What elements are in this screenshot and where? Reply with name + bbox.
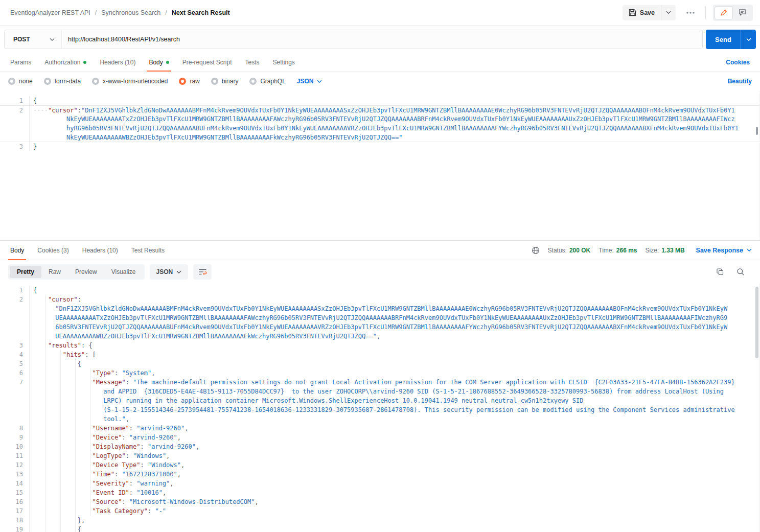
more-options-icon <box>686 11 695 14</box>
chevron-down-icon <box>176 270 181 274</box>
indent-guide <box>45 506 46 516</box>
fold-gutter <box>29 106 33 114</box>
size-label: Size: <box>646 247 659 254</box>
request-tab-authorization[interactable]: Authorization <box>44 53 86 71</box>
wrap-lines-button[interactable] <box>193 264 212 280</box>
indent-guide <box>45 396 46 405</box>
indent-guide <box>90 506 90 516</box>
fold-gutter <box>29 133 33 142</box>
edit-documentation-button[interactable] <box>715 6 733 19</box>
beautify-link[interactable]: Beautify <box>728 78 752 85</box>
line-number <box>0 133 23 142</box>
body-type-x-www-form-urlencoded[interactable]: x-www-form-urlencoded <box>92 78 168 85</box>
globe-icon[interactable] <box>532 246 540 255</box>
body-type-row: noneform-datax-www-form-urlencodedrawbin… <box>0 72 760 91</box>
indent-guide <box>90 479 90 488</box>
body-language-selector[interactable]: JSON <box>297 78 322 85</box>
request-tab-params[interactable]: Params <box>10 53 31 71</box>
line-number: 3 <box>0 142 23 151</box>
body-type-raw[interactable]: raw <box>179 78 199 85</box>
response-view-visualize[interactable]: Visualize <box>104 266 143 278</box>
indent-guide <box>90 460 90 470</box>
indent-guide <box>75 405 76 414</box>
search-response-button[interactable] <box>736 268 745 276</box>
fold-gutter <box>29 359 33 368</box>
save-button[interactable]: Save <box>623 5 661 20</box>
line-number: 2 <box>0 106 23 114</box>
code-line-text: "DisplayName": "arvind-9260", <box>33 442 199 451</box>
url-input[interactable] <box>62 36 702 43</box>
indent-guide <box>75 396 76 405</box>
indent-guide <box>45 424 46 433</box>
send-options-button[interactable] <box>741 30 756 49</box>
save-icon <box>629 9 636 16</box>
code-line-text: "results": { <box>33 341 93 350</box>
body-type-graphql[interactable]: GraphQL <box>249 78 285 85</box>
body-type-binary[interactable]: binary <box>211 78 239 85</box>
line-number: 9 <box>0 433 23 442</box>
request-tab-label: Authorization <box>44 59 80 66</box>
cookies-link[interactable]: Cookies <box>726 59 750 66</box>
method-selector[interactable]: POST <box>5 30 62 49</box>
breadcrumb-item-synchronous-search[interactable]: Synchronous Search <box>101 9 160 16</box>
line-number <box>0 304 23 313</box>
copy-response-button[interactable] <box>716 268 724 276</box>
code-row: 13 "Time": "1672128371000", <box>0 470 759 479</box>
fold-gutter <box>29 442 33 451</box>
response-language-selector[interactable]: JSON <box>150 264 189 280</box>
indent-guide <box>45 433 46 442</box>
indent-guide <box>90 442 90 451</box>
radio-icon <box>211 78 218 85</box>
indent-guide <box>45 497 46 506</box>
breadcrumb-item-eventloganalyzer-rest-api[interactable]: EventlogAnalyzer REST API <box>10 9 90 16</box>
body-type-none[interactable]: none <box>8 78 33 85</box>
response-view-pretty[interactable]: Pretty <box>10 266 41 278</box>
line-number <box>0 313 23 322</box>
url-box: POST <box>4 30 703 49</box>
indent-guide <box>90 414 90 424</box>
indent-guide <box>75 387 76 396</box>
code-row: 14 "Severity": "warning", <box>0 479 759 488</box>
request-tab-body[interactable]: Body <box>149 53 169 71</box>
code-row: 4 "hits": [ <box>0 350 759 359</box>
fold-gutter <box>29 424 33 433</box>
code-line-text: hyRG96b05RV3FNTEVvRjU2QTJZQQAAAAAAABUFnM… <box>33 124 739 133</box>
more-options-button[interactable] <box>683 9 698 16</box>
request-tab-tests[interactable]: Tests <box>245 53 259 71</box>
response-tab-test-results[interactable]: Test Results <box>131 241 165 260</box>
indent-guide <box>75 497 76 506</box>
save-options-button[interactable] <box>661 5 676 20</box>
response-view-raw[interactable]: Raw <box>41 266 68 278</box>
save-response-button[interactable]: Save Response <box>696 247 752 254</box>
line-number <box>0 387 23 396</box>
chevron-down-icon <box>746 38 751 41</box>
comments-button[interactable] <box>733 6 751 19</box>
response-tab-cookies-3[interactable]: Cookies (3) <box>37 241 68 260</box>
radio-icon <box>8 78 15 85</box>
send-button[interactable]: Send <box>706 30 741 49</box>
code-row: 2 "cursor": <box>0 295 759 304</box>
indent-guide <box>45 332 46 341</box>
body-type-options: noneform-datax-www-form-urlencodedrawbin… <box>8 78 286 85</box>
response-tab-headers-10[interactable]: Headers (10) <box>82 241 118 260</box>
code-line-text: "Source": "Microsoft-Windows-Distributed… <box>33 497 259 506</box>
request-tab-headers-10[interactable]: Headers (10) <box>100 53 135 71</box>
indent-guide <box>45 516 46 525</box>
indent-guide <box>45 313 46 322</box>
line-number: 12 <box>0 460 23 470</box>
indent-guide <box>45 322 46 332</box>
breadcrumb-separator: / <box>165 9 167 16</box>
request-body-editor[interactable]: 1{2····"cursor":"DnF1ZXJ5VGhlbkZldGNoDwA… <box>0 91 760 240</box>
response-body-viewer[interactable]: 1{2 "cursor": "DnF1ZXJ5VGhlbkZldGNoDwAAA… <box>0 284 760 532</box>
code-line-text: "DnF1ZXJ5VGhlbkZldGNoDwAAAAAAABMFnM4ckRv… <box>33 304 727 313</box>
request-tab-pre-request-script[interactable]: Pre-request Script <box>182 53 232 71</box>
body-type-form-data[interactable]: form-data <box>44 78 81 85</box>
response-tab-body[interactable]: Body <box>10 241 24 260</box>
size-badge: Size: 1.33 MB <box>646 247 685 254</box>
indent-guide <box>45 451 46 460</box>
response-view-preview[interactable]: Preview <box>68 266 104 278</box>
request-tab-label: Body <box>149 59 163 66</box>
response-meta: Status: 200 OK Time: 266 ms Size: 1.33 M… <box>532 246 752 255</box>
line-number: 4 <box>0 350 23 359</box>
request-tab-settings[interactable]: Settings <box>273 53 295 71</box>
